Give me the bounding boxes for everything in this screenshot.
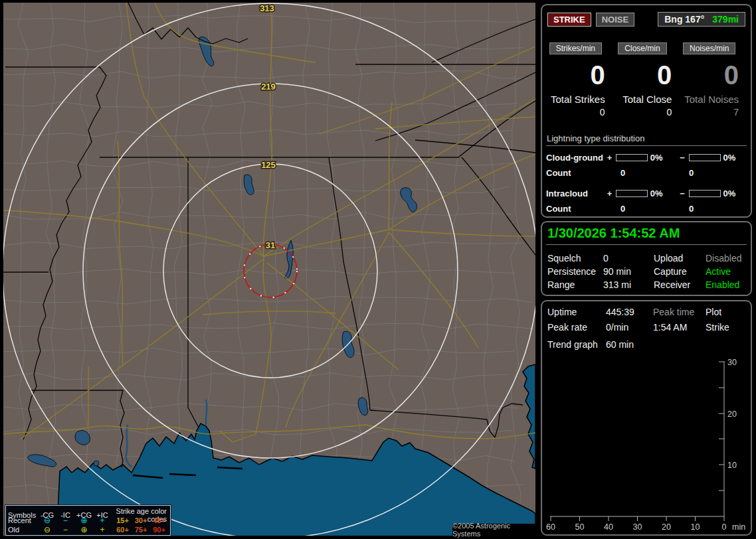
age-60: 60+: [114, 526, 132, 534]
persistence-row: Persistence 90 min Capture Active: [546, 265, 747, 278]
recent-neg-ic-icon: −: [56, 516, 75, 524]
recent-pos-ic-icon: +: [93, 516, 112, 524]
upload-status: Disabled: [706, 253, 747, 264]
close-per-min-button[interactable]: Close/min: [618, 42, 666, 54]
age-90: 90+: [150, 526, 168, 534]
x-tick-10: 10: [691, 522, 700, 532]
mode-header: STRIKE NOISE Bng 167° 379mi: [547, 12, 745, 27]
cg-plus-sign: +: [607, 153, 616, 163]
intracloud-row: Intracloud + 0% − 0%: [546, 189, 747, 198]
ic-plus-count: 0: [608, 204, 676, 214]
squelch-value: 0: [603, 253, 654, 264]
trend-graph-row: Trend graph 60 min: [546, 339, 747, 350]
bearing-display: Bng 167° 379mi: [658, 12, 745, 27]
trend-graph: 30 20 10 60 50 40 30 20 10 0 min: [543, 358, 751, 536]
old-neg-ic-icon: −: [56, 526, 75, 534]
uptime-value: 445:39: [606, 307, 653, 317]
strikes-per-min-button[interactable]: Strikes/min: [549, 42, 602, 54]
ic-minus-count: 0: [676, 204, 694, 214]
cg-plus-count: 0: [608, 168, 676, 178]
intracloud-count-row: Count 0 0: [546, 204, 747, 214]
capture-status: Active: [706, 266, 747, 277]
noise-button[interactable]: NOISE: [596, 13, 634, 27]
y-tick-10: 10: [727, 461, 737, 470]
x-tick-60: 60: [546, 522, 555, 532]
cg-plus-bar: [616, 154, 647, 161]
ring-label-219: 219: [261, 82, 276, 92]
age-30: 30+: [132, 516, 150, 524]
map-panel[interactable]: 313 219 125 31 Symbols -CG -IC +CG +IC S…: [3, 3, 535, 536]
total-strikes-value: 0: [600, 107, 605, 117]
distribution-title: Lightning type distribution: [546, 133, 747, 146]
range-label: Range: [547, 279, 603, 290]
ic-count-label: Count: [546, 204, 608, 214]
cg-minus-count: 0: [676, 168, 694, 178]
noises-per-min-button[interactable]: Noises/min: [683, 42, 735, 54]
legend-recent-row: Recent ⊖ − ⊕ + 15+ 30+ 45+: [8, 516, 168, 525]
squelch-row: Squelch 0 Upload Disabled: [546, 252, 747, 265]
ic-minus-bar: [689, 190, 720, 197]
ic-plus-sign: +: [607, 189, 616, 198]
total-noises-value: 7: [733, 107, 739, 117]
datetime-display: 1/30/2026 1:54:52 AM: [546, 225, 747, 245]
x-tick-0: 0: [722, 522, 727, 532]
strike-stats-panel: STRIKE NOISE Bng 167° 379mi Strikes/min …: [541, 4, 752, 218]
upload-label: Upload: [654, 253, 706, 264]
map-legend: Symbols -CG -IC +CG +IC Strike age color…: [5, 505, 171, 536]
persistence-label: Persistence: [547, 266, 603, 277]
total-close-label: Total Close: [622, 94, 672, 105]
legend-header-row: Symbols -CG -IC +CG +IC Strike age color…: [8, 507, 168, 516]
old-pos-ic-icon: +: [93, 526, 112, 534]
legend-old-label: Old: [8, 526, 39, 534]
uptime-row: Uptime 445:39 Peak time Plot: [546, 304, 747, 319]
x-axis-unit: min: [732, 522, 745, 532]
ic-plus-pct: 0%: [650, 189, 674, 198]
total-close-value: 0: [667, 107, 672, 117]
ring-label-313: 313: [260, 3, 274, 13]
age-75: 75+: [132, 526, 150, 534]
copyright: ©2005 Astrogenic Systems: [452, 524, 535, 536]
trend-graph-label: Trend graph: [547, 339, 606, 350]
x-tick-40: 40: [604, 522, 613, 532]
radar-map: 313 219 125 31: [3, 3, 535, 536]
bearing-value: Bng 167°: [664, 14, 704, 25]
strikes-rate-value: 0: [590, 62, 605, 88]
recent-pos-cg-icon: ⊕: [75, 516, 93, 524]
squelch-label: Squelch: [547, 253, 603, 264]
close-column: Close/min 0 Total Close 0: [613, 42, 680, 117]
legend-recent-label: Recent: [8, 516, 39, 524]
y-tick-20: 20: [727, 410, 737, 419]
close-rate-value: 0: [657, 62, 672, 88]
uptime-label: Uptime: [547, 307, 606, 317]
ring-label-125: 125: [261, 160, 276, 170]
plot-type-value: Strike: [706, 322, 747, 333]
x-tick-20: 20: [662, 522, 671, 532]
receiver-status: Enabled: [706, 279, 747, 290]
cg-plus-pct: 0%: [650, 153, 674, 163]
cg-minus-sign: −: [680, 153, 689, 163]
peak-rate-value: 0/min: [606, 322, 653, 333]
ic-plus-bar: [616, 190, 647, 197]
ic-minus-sign: −: [680, 189, 689, 198]
noises-column: Noises/min 0 Total Noises 7: [680, 42, 747, 117]
ring-label-31: 31: [266, 240, 275, 250]
total-strikes-label: Total Strikes: [551, 94, 605, 105]
strikes-column: Strikes/min 0 Total Strikes 0: [546, 42, 613, 117]
range-value: 313 mi: [603, 279, 654, 290]
peak-rate-row: Peak rate 0/min 1:54 AM Strike: [546, 319, 747, 335]
receiver-label: Receiver: [654, 279, 706, 290]
ic-minus-pct: 0%: [723, 189, 747, 198]
capture-label: Capture: [654, 266, 706, 277]
peak-time-label: Peak time: [653, 307, 706, 317]
noises-rate-value: 0: [724, 62, 739, 88]
peak-time-value: 1:54 AM: [653, 322, 706, 333]
cloud-ground-row: Cloud-ground + 0% − 0%: [546, 153, 747, 162]
range-row: Range 313 mi Receiver Enabled: [546, 278, 747, 291]
peak-rate-label: Peak rate: [547, 322, 606, 333]
plot-label: Plot: [706, 307, 747, 317]
old-neg-cg-icon: ⊖: [39, 526, 56, 534]
recent-neg-cg-icon: ⊖: [39, 516, 56, 524]
intracloud-label: Intracloud: [546, 189, 607, 198]
rate-columns: Strikes/min 0 Total Strikes 0 Close/min …: [546, 42, 747, 117]
strike-button[interactable]: STRIKE: [547, 13, 591, 27]
